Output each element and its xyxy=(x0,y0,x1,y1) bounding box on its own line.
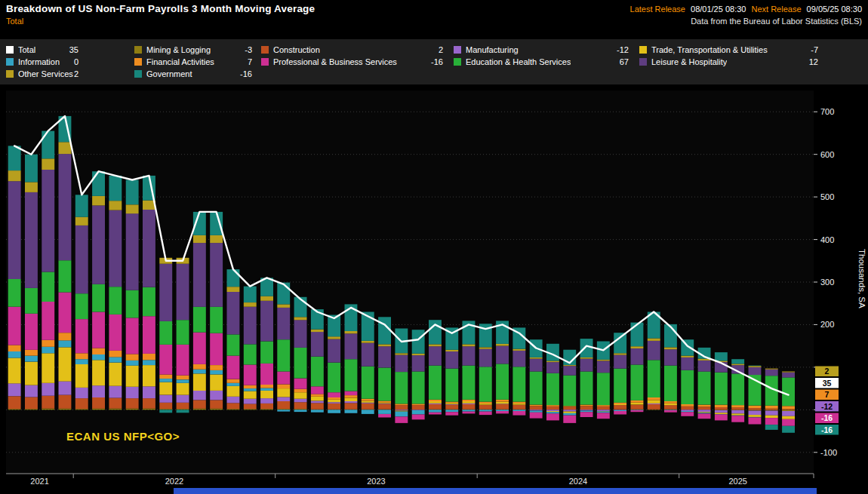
x-axis: 20212022202320242025 xyxy=(6,474,814,486)
legend-value: 2 xyxy=(74,69,134,78)
legend-value: 0 xyxy=(74,57,134,66)
legend-value: 67 xyxy=(620,57,639,66)
legend-value: -7 xyxy=(811,45,868,54)
legend-value: 7 xyxy=(248,57,261,66)
legend-swatch-icon xyxy=(454,46,461,54)
legend-item-information[interactable]: Information0 xyxy=(6,56,134,68)
legend-value: -3 xyxy=(245,45,261,54)
legend-swatch-icon xyxy=(6,70,14,78)
svg-text:-12: -12 xyxy=(821,402,833,411)
legend-swatch-icon xyxy=(454,58,461,66)
svg-text:2: 2 xyxy=(825,367,830,376)
legend-swatch-icon xyxy=(134,70,142,78)
legend-swatch-icon xyxy=(134,58,142,66)
svg-text:700: 700 xyxy=(820,107,834,116)
legend-value: -12 xyxy=(617,45,639,54)
next-release-value: 09/05/25 08:30 xyxy=(807,5,862,14)
svg-text:-16: -16 xyxy=(821,413,833,422)
legend-label: Government xyxy=(146,69,192,78)
legend-item-other-services[interactable]: Other Services2 xyxy=(6,68,134,80)
svg-text:400: 400 xyxy=(820,235,834,244)
legend-value: -16 xyxy=(240,69,261,78)
svg-text:2023: 2023 xyxy=(367,477,385,486)
legend-value: 12 xyxy=(809,57,868,66)
svg-text:2025: 2025 xyxy=(728,477,746,486)
legend-item-leisure-hospitality[interactable]: Leisure & Hospitality12 xyxy=(639,56,868,68)
legend-swatch-icon xyxy=(6,46,14,54)
legend-label: Manufacturing xyxy=(466,45,519,54)
next-release-label: Next Release xyxy=(751,5,801,14)
latest-release-value: 08/01/25 08:30 xyxy=(691,5,746,14)
legend-value: 2 xyxy=(439,45,454,54)
payrolls-stacked-bar-chart[interactable]: 20212022202320242025700600500400300200-1… xyxy=(0,84,868,494)
data-source-note: Data from the Bureau of Labor Statistics… xyxy=(691,17,862,26)
legend-item-education-health-services[interactable]: Education & Health Services67 xyxy=(454,56,639,68)
legend-item-government[interactable]: Government-16 xyxy=(134,68,261,80)
legend-label: Other Services xyxy=(18,69,73,78)
legend-item-construction[interactable]: Construction2 xyxy=(261,44,454,56)
svg-text:35: 35 xyxy=(823,379,832,388)
legend-label: Professional & Business Services xyxy=(273,57,397,66)
legend-label: Trade, Transportation & Utilities xyxy=(651,45,768,54)
page-title: Breakdown of US Non-Farm Payrolls 3 Mont… xyxy=(6,3,315,14)
chart-area[interactable]: 20212022202320242025700600500400300200-1… xyxy=(0,84,868,494)
legend-item-manufacturing[interactable]: Manufacturing-12 xyxy=(454,44,639,56)
svg-text:2024: 2024 xyxy=(569,477,587,486)
legend-swatch-icon xyxy=(639,46,647,54)
bottom-scrollbar[interactable] xyxy=(174,488,817,494)
legend-label: Financial Activities xyxy=(146,57,214,66)
total-subtitle: Total xyxy=(6,17,23,26)
legend-swatch-icon xyxy=(261,46,269,54)
svg-text:2022: 2022 xyxy=(165,477,183,486)
svg-text:7: 7 xyxy=(825,390,830,399)
legend-value: 35 xyxy=(69,45,134,54)
svg-text:600: 600 xyxy=(820,150,834,159)
legend-swatch-icon xyxy=(134,46,142,54)
legend-item-mining-logging[interactable]: Mining & Logging-3 xyxy=(134,44,261,56)
legend-label: Leisure & Hospitality xyxy=(651,57,727,66)
legend-label: Information xyxy=(18,57,60,66)
svg-text:2021: 2021 xyxy=(30,477,48,486)
last-value-badges: 2357-12-16-16 xyxy=(815,367,839,435)
legend-item-trade-transportation-utilities[interactable]: Trade, Transportation & Utilities-7 xyxy=(639,44,868,56)
latest-release-label: Latest Release xyxy=(630,5,685,14)
legend-swatch-icon xyxy=(261,58,269,66)
legend-item-financial-activities[interactable]: Financial Activities7 xyxy=(134,56,261,68)
legend-label: Total xyxy=(18,45,35,54)
legend: Total35Mining & Logging-3Construction2Ma… xyxy=(0,39,868,84)
legend-item-total[interactable]: Total35 xyxy=(6,44,134,56)
legend-label: Construction xyxy=(273,45,320,54)
chart-header: Breakdown of US Non-Farm Payrolls 3 Mont… xyxy=(0,0,868,39)
svg-text:-100: -100 xyxy=(820,448,837,457)
legend-label: Education & Health Services xyxy=(466,57,571,66)
svg-text:500: 500 xyxy=(820,192,834,201)
svg-text:300: 300 xyxy=(820,278,834,287)
legend-label: Mining & Logging xyxy=(146,45,211,54)
legend-swatch-icon xyxy=(639,58,647,66)
legend-swatch-icon xyxy=(6,58,14,66)
svg-text:-16: -16 xyxy=(821,425,833,434)
svg-text:200: 200 xyxy=(820,320,834,329)
legend-item-professional-business-services[interactable]: Professional & Business Services-16 xyxy=(261,56,454,68)
legend-value: -16 xyxy=(431,57,454,66)
release-info: Latest Release 08/01/25 08:30 Next Relea… xyxy=(627,5,862,14)
y-axis-unit-label: Thousands, SA xyxy=(857,249,866,308)
